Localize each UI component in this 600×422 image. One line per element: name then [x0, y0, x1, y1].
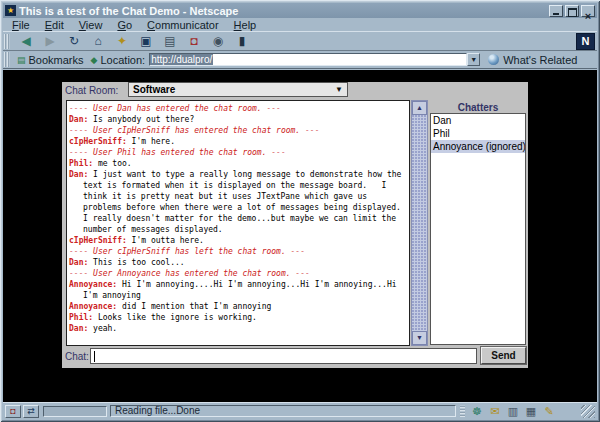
chat-message: ---- User Annoyance has entered the chat… [69, 268, 407, 279]
shop-icon[interactable]: ◉ [206, 32, 230, 50]
url-selected-text: http://dualpro/ [150, 54, 213, 65]
minimize[interactable] [549, 5, 563, 17]
toolbar-buttons: ◀ ▶ ↻ ⌂ ✦ ▣ ▤ ◘ ◉ ▮ [14, 32, 254, 50]
chat-message: Dan: This is too cool... [69, 257, 407, 268]
home-icon[interactable]: ⌂ [86, 32, 110, 50]
text-caret [94, 351, 95, 362]
chat-message: Phil: Looks like the ignore is working. [69, 312, 407, 323]
status-bar: ◘ ⇄ Reading file...Done ☸ ✉ ▥ ▦ ✎ [3, 402, 597, 419]
maximize[interactable] [565, 5, 579, 17]
reload-icon[interactable]: ↻ [62, 32, 86, 50]
location-toolbar: ▤ Bookmarks ◆ Location: http://dualpro/ … [3, 51, 597, 69]
menu-bar: File Edit View Go Communicator Help [3, 18, 597, 31]
chat-message: Phil: me too. [69, 158, 407, 169]
chat-message: Annoyance: did I mention that I'm annoyi… [69, 301, 407, 312]
security-lock-icon[interactable]: ◘ [5, 405, 21, 418]
bookmarks-button[interactable]: Bookmarks [29, 54, 84, 66]
bookmarks-icon: ▤ [17, 55, 26, 65]
mailbox-icon[interactable]: ✉ [486, 404, 504, 418]
menu-item[interactable]: Go [117, 19, 132, 31]
message-scrollbar[interactable]: ▲ ▼ [411, 100, 428, 346]
chat-message: cIpHerSniff: I'm outta here. [69, 235, 407, 246]
chat-room-label: Chat Room: [65, 85, 118, 96]
scroll-down-icon[interactable]: ▼ [412, 331, 427, 345]
chat-message: ---- User cIpHerSniff has left the chat … [69, 246, 407, 257]
chat-message: Dan: yeah. [69, 323, 407, 334]
chat-message-list[interactable]: ---- User Dan has entered the chat room.… [66, 100, 410, 346]
status-message: Reading file...Done [110, 405, 456, 417]
close[interactable] [581, 5, 595, 17]
stop-icon[interactable]: ▮ [230, 32, 254, 50]
discussions-icon[interactable]: ▥ [504, 404, 522, 418]
netscape-app-icon: ★ [5, 5, 16, 16]
location-icon[interactable]: ◆ [91, 55, 98, 65]
send-button[interactable]: Send [481, 347, 526, 364]
composer-icon[interactable]: ✎ [540, 404, 558, 418]
window-title: This is a test of the Chat Demo - Netsca… [19, 5, 238, 17]
toolbar-grip[interactable] [4, 34, 10, 49]
menu-item[interactable]: Communicator [147, 19, 219, 31]
netscape-window: ★ This is a test of the Chat Demo - Nets… [0, 0, 600, 422]
security-icon[interactable]: ◘ [182, 32, 206, 50]
resize-grip[interactable] [581, 405, 595, 418]
my-netscape-icon[interactable]: ▣ [134, 32, 158, 50]
navigation-toolbar: ◀ ▶ ↻ ⌂ ✦ ▣ ▤ ◘ ◉ ▮ N [3, 31, 597, 51]
chatters-list[interactable]: Dan Phil Annoyance (ignored) [430, 113, 526, 345]
chat-applet: Chat Room: Software ▼ ---- User Dan has … [62, 82, 528, 368]
location-label: Location: [100, 54, 145, 66]
chatter-list-item[interactable]: Annoyance (ignored) [431, 140, 525, 153]
chatter-list-item[interactable]: Phil [431, 127, 525, 140]
status-left-icons: ◘ ⇄ [3, 405, 39, 418]
component-bar: ☸ ✉ ▥ ▦ ✎ [460, 404, 558, 418]
chat-input[interactable] [90, 348, 477, 364]
url-input[interactable]: http://dualpro/ [149, 53, 467, 66]
chat-message: ---- User Dan has entered the chat room.… [69, 103, 407, 114]
navigator-icon[interactable]: ☸ [468, 404, 486, 418]
menu-item[interactable]: Help [234, 19, 257, 31]
browser-page: Chat Room: Software ▼ ---- User Dan has … [3, 70, 597, 402]
scrollbar-track[interactable] [412, 115, 427, 331]
progress-bar [43, 406, 107, 417]
online-status-icon[interactable]: ⇄ [23, 405, 39, 418]
menu-item[interactable]: Edit [45, 19, 64, 31]
chat-message: Dan: Is anybody out there? [69, 114, 407, 125]
back-icon[interactable]: ◀ [14, 32, 38, 50]
netscape-logo-icon[interactable]: N [576, 33, 595, 50]
whats-related-globe-icon [488, 54, 499, 65]
chatter-list-item[interactable]: Dan [431, 114, 525, 127]
window-controls [549, 5, 597, 17]
chat-message: Dan: I just want to type a really long m… [69, 169, 407, 235]
address-book-icon[interactable]: ▦ [522, 404, 540, 418]
location-toolbar-grip[interactable] [4, 52, 10, 67]
component-bar-grip[interactable] [460, 405, 465, 417]
whats-related-button[interactable]: What's Related [503, 54, 577, 66]
chat-message: cIpHerSniff: I'm here. [69, 136, 407, 147]
chat-message: Annoyance: Hi I'm annoying....Hi I'm ann… [69, 279, 407, 301]
chatters-label: Chatters [428, 102, 528, 113]
chat-message: ---- User Phil has entered the chat room… [69, 147, 407, 158]
titlebar[interactable]: ★ This is a test of the Chat Demo - Nets… [3, 3, 597, 18]
chevron-down-icon: ▼ [335, 85, 343, 94]
menu-item[interactable]: View [79, 19, 103, 31]
forward-icon[interactable]: ▶ [38, 32, 62, 50]
chat-room-select[interactable]: Software ▼ [128, 82, 348, 97]
print-icon[interactable]: ▤ [158, 32, 182, 50]
chat-input-label: Chat: [65, 351, 89, 362]
component-icons: ☸ ✉ ▥ ▦ ✎ [468, 404, 558, 418]
search-icon[interactable]: ✦ [110, 32, 134, 50]
menu-item[interactable]: File [12, 19, 30, 31]
chat-message: ---- User cIpHerSniff has entered the ch… [69, 125, 407, 136]
url-dropdown-button[interactable]: ▼ [467, 53, 480, 66]
chat-room-selected-value: Software [133, 84, 175, 95]
scroll-up-icon[interactable]: ▲ [412, 101, 427, 115]
